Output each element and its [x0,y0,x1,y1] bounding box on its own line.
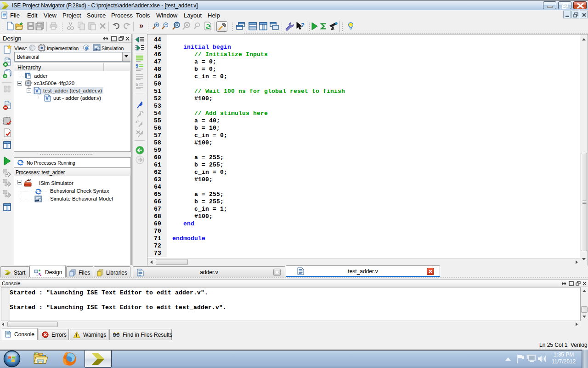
svg-text:5: 5 [136,82,138,87]
svg-text:ISim: ISim [36,200,40,202]
svg-text:?: ? [301,22,305,29]
svg-text:V: V [35,88,39,93]
svg-text:ISim: ISim [94,49,98,51]
svg-text:V: V [45,96,49,101]
svg-text:5: 5 [136,64,138,69]
